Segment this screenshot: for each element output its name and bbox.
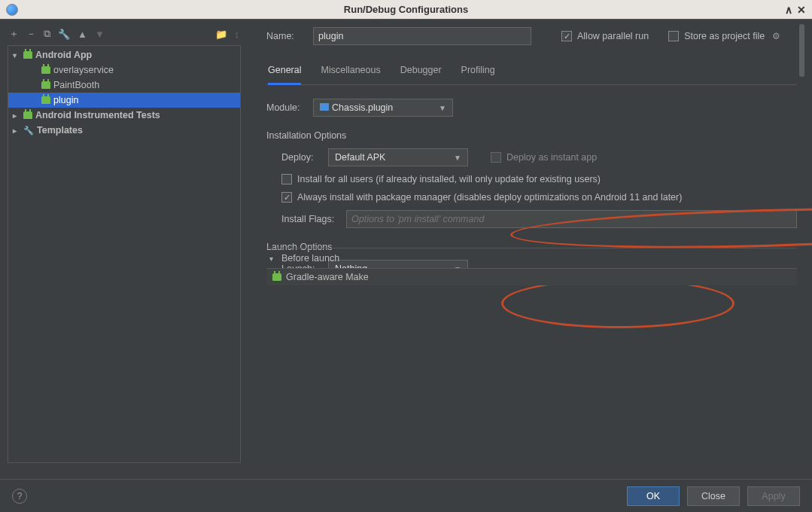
android-icon <box>41 96 50 104</box>
down-icon[interactable]: ▼ <box>95 29 105 40</box>
checkbox-icon <box>491 152 501 163</box>
module-icon <box>320 103 329 111</box>
config-tree: ▾ Android App overlayservice PaintBooth … <box>8 45 241 463</box>
main-panel: Name: Allow parallel run Store as projec… <box>248 24 804 285</box>
tree-label: PaintBooth <box>53 80 99 90</box>
always-package-manager-checkbox[interactable]: Always install with package manager (dis… <box>281 192 682 203</box>
tree-label: plugin <box>53 95 78 105</box>
tree-android-app[interactable]: ▾ Android App <box>8 47 240 62</box>
module-select[interactable]: Chassis.plugin ▼ <box>313 99 453 117</box>
caret-right-icon: ▸ <box>13 126 20 135</box>
before-launch-section: ▾ Before launch Gradle-aware Make <box>266 248 797 285</box>
tree-item-plugin[interactable]: plugin <box>8 93 240 108</box>
allow-parallel-checkbox[interactable]: Allow parallel run <box>561 31 649 41</box>
always-package-manager-label: Always install with package manager (dis… <box>297 192 682 203</box>
checkbox-icon <box>561 31 572 41</box>
store-project-label: Store as project file <box>684 31 765 41</box>
tree-instrumented[interactable]: ▸ Android Instrumented Tests <box>8 108 240 123</box>
tree-item-paintbooth[interactable]: PaintBooth <box>8 78 240 93</box>
deploy-value: Default APK <box>335 152 385 163</box>
sort-icon[interactable]: ↕ <box>235 29 240 40</box>
tree-item-overlayservice[interactable]: overlayservice <box>8 62 240 78</box>
gradle-task-label: Gradle-aware Make <box>286 272 369 282</box>
wrench-icon[interactable]: 🔧 <box>58 29 70 40</box>
help-button[interactable]: ? <box>12 489 27 504</box>
install-flags-input[interactable] <box>346 210 797 228</box>
name-label: Name: <box>266 31 306 41</box>
chevron-down-icon: ▼ <box>454 154 461 162</box>
caret-right-icon: ▸ <box>13 111 20 120</box>
checkbox-icon <box>668 31 679 41</box>
before-launch-header[interactable]: ▾ Before launch <box>266 248 797 268</box>
gradle-task-row[interactable]: Gradle-aware Make <box>266 268 797 285</box>
up-icon[interactable]: ▲ <box>78 29 87 40</box>
allow-parallel-label: Allow parallel run <box>577 31 649 41</box>
tree-label: Templates <box>37 125 83 136</box>
app-icon <box>6 4 18 16</box>
apply-button[interactable]: Apply <box>747 486 800 506</box>
name-input[interactable] <box>313 27 531 45</box>
instant-app-checkbox: Deploy as instant app <box>491 152 597 163</box>
scrollbar[interactable] <box>799 24 804 77</box>
wrench-icon: 🔧 <box>23 126 34 136</box>
android-icon <box>41 66 50 74</box>
titlebar: Run/Debug Configurations ∧ ✕ <box>0 0 812 20</box>
folder-icon[interactable]: 📁 <box>215 29 227 40</box>
android-icon <box>272 273 281 281</box>
chevron-down-icon: ▼ <box>439 104 446 112</box>
close-icon[interactable]: ✕ <box>797 4 806 16</box>
add-icon[interactable]: ＋ <box>9 27 19 41</box>
module-label: Module: <box>266 102 306 113</box>
caret-down-icon: ▾ <box>269 254 277 263</box>
install-all-users-label: Install for all users (if already instal… <box>297 174 601 184</box>
installation-title: Installation Options <box>266 130 797 141</box>
tree-templates[interactable]: ▸ 🔧 Templates <box>8 123 240 138</box>
close-button[interactable]: Close <box>687 486 740 506</box>
tab-profiling[interactable]: Profiling <box>461 59 495 84</box>
tab-debugger[interactable]: Debugger <box>400 59 442 84</box>
ok-button[interactable]: OK <box>627 486 680 506</box>
footer: ? OK Close Apply <box>0 479 812 512</box>
module-value: Chassis.plugin <box>332 102 393 113</box>
deploy-select[interactable]: Default APK ▼ <box>328 148 468 166</box>
tree-label: Android App <box>35 50 92 60</box>
copy-icon[interactable]: ⧉ <box>44 28 50 40</box>
store-project-checkbox[interactable]: Store as project file <box>668 31 765 41</box>
tree-label: overlayservice <box>53 65 114 75</box>
config-toolbar: ＋ － ⧉ 🔧 ▲ ▼ 📁 ↕ <box>8 24 241 45</box>
install-all-users-checkbox[interactable]: Install for all users (if already instal… <box>281 174 601 184</box>
install-flags-label: Install Flags: <box>281 214 337 224</box>
annotation-ellipse <box>501 279 734 328</box>
android-icon <box>41 81 50 89</box>
checkbox-icon <box>281 192 292 203</box>
before-launch-title: Before launch <box>281 253 339 264</box>
deploy-label: Deploy: <box>281 152 319 163</box>
tab-misc[interactable]: Miscellaneous <box>321 59 380 84</box>
caret-down-icon: ▾ <box>13 51 20 59</box>
instant-app-label: Deploy as instant app <box>506 152 597 163</box>
checkbox-icon <box>281 174 292 184</box>
tree-label: Android Instrumented Tests <box>35 110 160 120</box>
android-icon <box>23 111 32 119</box>
tab-bar: General Miscellaneous Debugger Profiling <box>266 59 797 85</box>
remove-icon[interactable]: － <box>26 27 36 41</box>
window-title: Run/Debug Configurations <box>344 4 468 15</box>
android-icon <box>23 51 32 59</box>
minimize-icon[interactable]: ∧ <box>785 4 792 16</box>
tab-general[interactable]: General <box>268 59 301 85</box>
gear-icon[interactable]: ⚙ <box>772 31 780 41</box>
